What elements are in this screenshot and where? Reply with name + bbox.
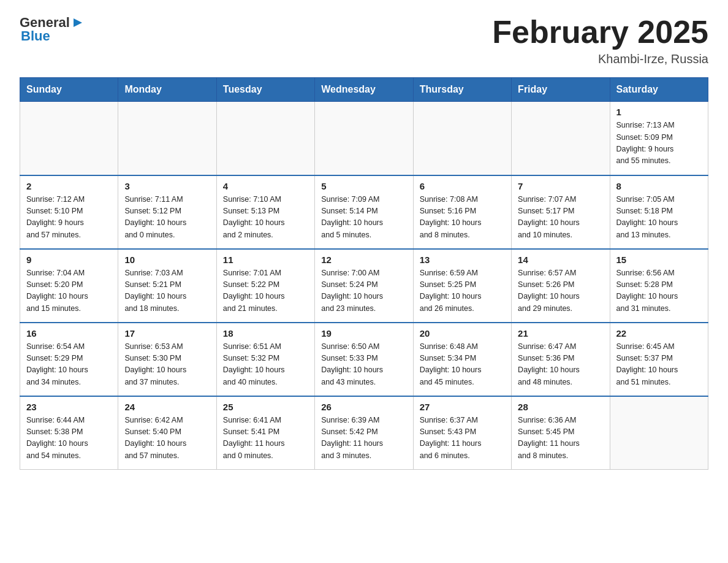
- calendar-cell: 28Sunrise: 6:36 AMSunset: 5:45 PMDayligh…: [512, 396, 610, 470]
- day-info: Sunrise: 6:48 AMSunset: 5:34 PMDaylight:…: [420, 341, 505, 389]
- day-info: Sunrise: 7:07 AMSunset: 5:17 PMDaylight:…: [518, 194, 603, 242]
- calendar-cell: [610, 396, 708, 470]
- day-number: 5: [321, 181, 406, 191]
- day-number: 8: [616, 181, 702, 191]
- day-info: Sunrise: 6:37 AMSunset: 5:43 PMDaylight:…: [420, 415, 505, 462]
- calendar-cell: 5Sunrise: 7:09 AMSunset: 5:14 PMDaylight…: [315, 175, 413, 249]
- calendar-cell: 14Sunrise: 6:57 AMSunset: 5:26 PMDayligh…: [512, 249, 610, 323]
- svg-marker-0: [74, 18, 82, 27]
- day-info: Sunrise: 7:03 AMSunset: 5:21 PMDaylight:…: [124, 267, 210, 315]
- logo: General Blue: [20, 15, 85, 44]
- col-header-saturday: Saturday: [610, 78, 708, 102]
- day-number: 3: [124, 181, 210, 191]
- location: Khambi-Irze, Russia: [492, 52, 708, 66]
- day-number: 6: [420, 181, 505, 191]
- day-info: Sunrise: 6:36 AMSunset: 5:45 PMDaylight:…: [518, 415, 603, 462]
- day-info: Sunrise: 6:50 AMSunset: 5:33 PMDaylight:…: [321, 341, 406, 389]
- calendar-cell: 13Sunrise: 6:59 AMSunset: 5:25 PMDayligh…: [413, 249, 511, 323]
- day-info: Sunrise: 7:01 AMSunset: 5:22 PMDaylight:…: [223, 267, 308, 315]
- calendar-cell: 17Sunrise: 6:53 AMSunset: 5:30 PMDayligh…: [118, 323, 216, 396]
- logo-blue-text: Blue: [20, 28, 50, 44]
- calendar-cell: [512, 102, 610, 175]
- month-title: February 2025: [492, 15, 708, 50]
- col-header-tuesday: Tuesday: [216, 78, 314, 102]
- col-header-friday: Friday: [512, 78, 610, 102]
- calendar-cell: 2Sunrise: 7:12 AMSunset: 5:10 PMDaylight…: [20, 175, 118, 249]
- calendar-cell: [413, 102, 511, 175]
- calendar-cell: [118, 102, 216, 175]
- calendar-cell: 1Sunrise: 7:13 AMSunset: 5:09 PMDaylight…: [610, 102, 708, 175]
- day-number: 27: [420, 402, 505, 412]
- calendar-week-row: 1Sunrise: 7:13 AMSunset: 5:09 PMDaylight…: [20, 102, 708, 175]
- day-info: Sunrise: 6:59 AMSunset: 5:25 PMDaylight:…: [420, 267, 505, 315]
- col-header-wednesday: Wednesday: [315, 78, 413, 102]
- calendar-cell: 26Sunrise: 6:39 AMSunset: 5:42 PMDayligh…: [315, 396, 413, 470]
- calendar-cell: 23Sunrise: 6:44 AMSunset: 5:38 PMDayligh…: [20, 396, 118, 470]
- calendar-week-row: 16Sunrise: 6:54 AMSunset: 5:29 PMDayligh…: [20, 323, 708, 396]
- calendar-table: SundayMondayTuesdayWednesdayThursdayFrid…: [20, 77, 708, 470]
- day-info: Sunrise: 7:08 AMSunset: 5:16 PMDaylight:…: [420, 194, 505, 242]
- day-info: Sunrise: 7:12 AMSunset: 5:10 PMDaylight:…: [26, 194, 112, 242]
- day-info: Sunrise: 7:00 AMSunset: 5:24 PMDaylight:…: [321, 267, 406, 315]
- calendar-cell: 3Sunrise: 7:11 AMSunset: 5:12 PMDaylight…: [118, 175, 216, 249]
- calendar-cell: 15Sunrise: 6:56 AMSunset: 5:28 PMDayligh…: [610, 249, 708, 323]
- calendar-week-row: 23Sunrise: 6:44 AMSunset: 5:38 PMDayligh…: [20, 396, 708, 470]
- day-number: 2: [26, 181, 112, 191]
- day-number: 10: [124, 255, 210, 265]
- day-info: Sunrise: 6:44 AMSunset: 5:38 PMDaylight:…: [26, 415, 112, 462]
- day-number: 9: [26, 255, 112, 265]
- calendar-cell: 19Sunrise: 6:50 AMSunset: 5:33 PMDayligh…: [315, 323, 413, 396]
- day-number: 26: [321, 402, 406, 412]
- col-header-sunday: Sunday: [20, 78, 118, 102]
- day-info: Sunrise: 6:56 AMSunset: 5:28 PMDaylight:…: [616, 267, 702, 315]
- col-header-thursday: Thursday: [413, 78, 511, 102]
- calendar-cell: 22Sunrise: 6:45 AMSunset: 5:37 PMDayligh…: [610, 323, 708, 396]
- day-number: 25: [223, 402, 308, 412]
- day-number: 16: [26, 328, 112, 339]
- day-number: 11: [223, 255, 308, 265]
- day-number: 23: [26, 402, 112, 412]
- day-info: Sunrise: 6:41 AMSunset: 5:41 PMDaylight:…: [223, 415, 308, 462]
- calendar-cell: 20Sunrise: 6:48 AMSunset: 5:34 PMDayligh…: [413, 323, 511, 396]
- day-number: 7: [518, 181, 603, 191]
- day-number: 21: [518, 328, 603, 339]
- calendar-week-row: 9Sunrise: 7:04 AMSunset: 5:20 PMDaylight…: [20, 249, 708, 323]
- day-number: 22: [616, 328, 702, 339]
- day-number: 13: [420, 255, 505, 265]
- day-number: 4: [223, 181, 308, 191]
- calendar-header-row: SundayMondayTuesdayWednesdayThursdayFrid…: [20, 78, 708, 102]
- title-area: February 2025 Khambi-Irze, Russia: [492, 15, 708, 66]
- day-number: 14: [518, 255, 603, 265]
- day-info: Sunrise: 7:11 AMSunset: 5:12 PMDaylight:…: [124, 194, 210, 242]
- day-info: Sunrise: 6:51 AMSunset: 5:32 PMDaylight:…: [223, 341, 308, 389]
- day-info: Sunrise: 7:09 AMSunset: 5:14 PMDaylight:…: [321, 194, 406, 242]
- day-info: Sunrise: 7:05 AMSunset: 5:18 PMDaylight:…: [616, 194, 702, 242]
- calendar-cell: 25Sunrise: 6:41 AMSunset: 5:41 PMDayligh…: [216, 396, 314, 470]
- logo-triangle-icon: [71, 16, 85, 29]
- day-info: Sunrise: 7:10 AMSunset: 5:13 PMDaylight:…: [223, 194, 308, 242]
- calendar-cell: 24Sunrise: 6:42 AMSunset: 5:40 PMDayligh…: [118, 396, 216, 470]
- day-number: 19: [321, 328, 406, 339]
- calendar-cell: [315, 102, 413, 175]
- calendar-cell: 16Sunrise: 6:54 AMSunset: 5:29 PMDayligh…: [20, 323, 118, 396]
- day-info: Sunrise: 6:47 AMSunset: 5:36 PMDaylight:…: [518, 341, 603, 389]
- day-info: Sunrise: 6:39 AMSunset: 5:42 PMDaylight:…: [321, 415, 406, 462]
- calendar-cell: 18Sunrise: 6:51 AMSunset: 5:32 PMDayligh…: [216, 323, 314, 396]
- calendar-cell: 8Sunrise: 7:05 AMSunset: 5:18 PMDaylight…: [610, 175, 708, 249]
- day-number: 15: [616, 255, 702, 265]
- calendar-week-row: 2Sunrise: 7:12 AMSunset: 5:10 PMDaylight…: [20, 175, 708, 249]
- calendar-cell: 21Sunrise: 6:47 AMSunset: 5:36 PMDayligh…: [512, 323, 610, 396]
- calendar-cell: 6Sunrise: 7:08 AMSunset: 5:16 PMDaylight…: [413, 175, 511, 249]
- day-number: 17: [124, 328, 210, 339]
- calendar-cell: [216, 102, 314, 175]
- day-info: Sunrise: 6:53 AMSunset: 5:30 PMDaylight:…: [124, 341, 210, 389]
- day-number: 18: [223, 328, 308, 339]
- day-info: Sunrise: 6:45 AMSunset: 5:37 PMDaylight:…: [616, 341, 702, 389]
- day-info: Sunrise: 6:54 AMSunset: 5:29 PMDaylight:…: [26, 341, 112, 389]
- day-number: 1: [616, 107, 702, 117]
- calendar-cell: 7Sunrise: 7:07 AMSunset: 5:17 PMDaylight…: [512, 175, 610, 249]
- day-number: 28: [518, 402, 603, 412]
- calendar-cell: 27Sunrise: 6:37 AMSunset: 5:43 PMDayligh…: [413, 396, 511, 470]
- day-info: Sunrise: 7:04 AMSunset: 5:20 PMDaylight:…: [26, 267, 112, 315]
- day-info: Sunrise: 7:13 AMSunset: 5:09 PMDaylight:…: [616, 120, 702, 167]
